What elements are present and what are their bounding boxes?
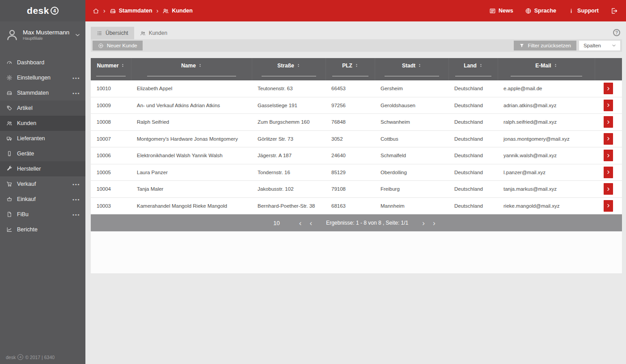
- new-customer-button[interactable]: Neuer Kunde: [93, 41, 143, 50]
- language-label: Sprache: [534, 8, 556, 14]
- breadcrumb: › Stammdaten › Kunden: [93, 7, 193, 14]
- open-record-button[interactable]: [604, 100, 613, 111]
- open-record-button[interactable]: [604, 150, 613, 161]
- cell-stadt: Schmalfeld: [375, 153, 448, 158]
- table-row: 10009An- und Verkauf Atkins Adrian Atkin…: [91, 97, 622, 114]
- cell-email: jonas.montgomery@mail.xyz: [498, 136, 595, 142]
- open-record-button[interactable]: [604, 116, 613, 128]
- sidebar-item-label: Einkauf: [17, 196, 36, 202]
- cell-strasse: Tondernstr. 16: [252, 170, 326, 175]
- table-row: 10004Tanja MalerJakobusstr. 10279108Frei…: [91, 181, 622, 198]
- user-role: Hauptfiliale: [23, 36, 69, 41]
- sidebar-item-einkauf[interactable]: Einkauf●●●: [0, 192, 85, 207]
- cell-nummer: 10005: [91, 170, 131, 175]
- sidebar-item-berichte[interactable]: Berichte: [0, 222, 85, 237]
- tab-uebersicht[interactable]: Übersicht: [91, 27, 134, 39]
- cell-plz: 24640: [326, 153, 375, 158]
- user-meta: Max Mustermann Hauptfiliale: [23, 29, 69, 41]
- sidebar-item-dashboard[interactable]: Dashboard: [0, 55, 85, 70]
- app-logo[interactable]: desk 4: [0, 0, 85, 21]
- more-options-icon[interactable]: ●●●: [72, 213, 80, 216]
- sidebar-item-label: Dashboard: [17, 59, 44, 66]
- cell-stadt: Mannheim: [375, 203, 448, 209]
- sidebar-item-stammdaten[interactable]: Stammdaten●●●: [0, 85, 85, 100]
- sidebar-item-artikel[interactable]: Artikel: [0, 100, 85, 116]
- kunden-icon: [162, 8, 169, 14]
- filter-input-stadt[interactable]: [385, 71, 439, 76]
- support-button[interactable]: Support: [568, 8, 599, 14]
- cell-plz: 97256: [326, 103, 375, 108]
- cell-land: Deutschland: [448, 119, 498, 125]
- chevron-down-icon[interactable]: [74, 32, 81, 38]
- version-footer: desk 4 © 2017 | 6340: [6, 354, 55, 360]
- new-customer-label: Neuer Kunde: [107, 43, 137, 48]
- cell-email: yannik.walsh@mail.xyz: [498, 153, 595, 158]
- column-header-nummer[interactable]: Nummer: [91, 58, 131, 80]
- sidebar-item-geraete[interactable]: Geräte: [0, 146, 85, 161]
- help-button[interactable]: ?: [613, 29, 620, 36]
- filter-input-strasse[interactable]: [262, 71, 316, 76]
- prev-page-button[interactable]: ‹: [306, 219, 317, 227]
- row-actions-cell: [595, 200, 622, 212]
- sidebar-item-label: Kunden: [17, 120, 36, 126]
- sidebar-item-label: Artikel: [17, 105, 33, 111]
- column-header-email[interactable]: E-Mail: [498, 58, 595, 80]
- sidebar-item-hersteller[interactable]: Hersteller: [0, 161, 85, 176]
- topbar: desk 4 › Stammdaten › Kunden N: [0, 0, 626, 21]
- last-page-button[interactable]: ›: [429, 219, 440, 227]
- sidebar-item-lieferanten[interactable]: Lieferanten: [0, 131, 85, 146]
- sort-icon: [479, 63, 483, 67]
- filter-input-nummer[interactable]: [96, 71, 126, 76]
- sidebar-item-verkauf[interactable]: Verkauf●●●: [0, 176, 85, 192]
- filter-input-email[interactable]: [511, 71, 582, 76]
- filter-reset-label: Filter zurücksetzen: [528, 43, 571, 48]
- cell-strasse: Teutonenstr. 63: [252, 86, 326, 91]
- filter-input-name[interactable]: [147, 71, 236, 76]
- cell-land: Deutschland: [448, 153, 498, 158]
- open-record-button[interactable]: [604, 167, 613, 178]
- user-menu[interactable]: Max Mustermann Hauptfiliale: [0, 21, 85, 48]
- column-header-strasse[interactable]: Straße: [252, 58, 326, 80]
- wrench-icon: [6, 166, 13, 172]
- more-options-icon[interactable]: ●●●: [72, 183, 80, 186]
- language-button[interactable]: Sprache: [525, 8, 556, 14]
- filter-input-plz[interactable]: [332, 71, 368, 76]
- sidebar-item-einstellungen[interactable]: Einstellungen●●●: [0, 70, 85, 85]
- column-label: Name: [181, 63, 196, 69]
- logout-button[interactable]: [610, 7, 618, 15]
- more-options-icon[interactable]: ●●●: [72, 198, 80, 201]
- open-record-button[interactable]: [604, 200, 613, 212]
- users-icon: [6, 120, 13, 126]
- sidebar-item-label: Stammdaten: [17, 90, 49, 96]
- table-footer-spacer: [91, 231, 622, 273]
- cell-name: Tanja Maler: [131, 186, 252, 192]
- more-options-icon[interactable]: ●●●: [72, 92, 80, 95]
- column-header-land[interactable]: Land: [448, 58, 498, 80]
- sidebar-item-kunden[interactable]: Kunden: [0, 116, 85, 131]
- more-options-icon[interactable]: ●●●: [72, 76, 80, 79]
- filter-reset-button[interactable]: Filter zurücksetzen: [514, 41, 576, 50]
- next-page-button[interactable]: ›: [418, 219, 429, 227]
- topbar-red-area: › Stammdaten › Kunden News Spra: [85, 0, 626, 21]
- filter-input-land[interactable]: [455, 71, 491, 76]
- tab-kunden[interactable]: Kunden: [134, 27, 173, 39]
- first-page-button[interactable]: ‹: [295, 219, 306, 227]
- breadcrumb-item-kunden[interactable]: Kunden: [162, 8, 193, 14]
- column-header-plz[interactable]: PLZ: [326, 58, 375, 80]
- home-icon[interactable]: [93, 8, 99, 14]
- breadcrumb-label: Kunden: [172, 8, 193, 14]
- column-header-stadt[interactable]: Stadt: [375, 58, 448, 80]
- open-record-button[interactable]: [604, 83, 613, 94]
- row-actions-cell: [595, 183, 622, 195]
- sidebar-item-fibu[interactable]: FiBu●●●: [0, 207, 85, 222]
- column-header-name[interactable]: Name: [131, 58, 252, 80]
- page-size[interactable]: 10: [273, 220, 279, 226]
- sidebar-item-label: Einstellungen: [17, 75, 51, 81]
- column-label: Straße: [277, 63, 294, 69]
- customers-table: NummerNameStraßePLZStadtLandE-Mail 10010…: [91, 58, 622, 273]
- columns-select[interactable]: Spalten: [579, 41, 620, 50]
- open-record-button[interactable]: [604, 183, 613, 195]
- breadcrumb-item-stammdaten[interactable]: Stammdaten: [110, 8, 152, 14]
- open-record-button[interactable]: [604, 133, 613, 145]
- news-button[interactable]: News: [489, 8, 513, 14]
